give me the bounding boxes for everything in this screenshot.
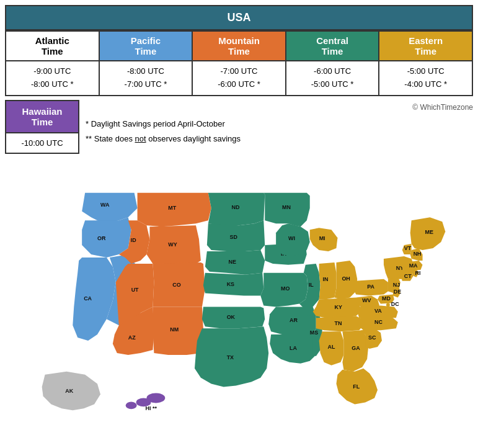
state-nh — [410, 248, 423, 261]
hawaiian-block: HawaiianTime -10:00 UTC — [5, 100, 79, 154]
central-utc: -6:00 UTC-5:00 UTC * — [286, 61, 379, 96]
state-nc — [359, 316, 398, 330]
state-md — [378, 294, 394, 303]
note-line1: * Daylight Savings period April-October — [86, 117, 473, 131]
state-nm — [153, 307, 203, 354]
state-ne — [205, 250, 265, 275]
state-vt — [402, 244, 412, 254]
timezone-table: AtlanticTime PacificTime MountainTime Ce… — [5, 30, 473, 96]
state-in — [319, 262, 337, 299]
state-tn — [316, 316, 363, 331]
state-mt — [138, 192, 211, 226]
central-header: CentralTime — [286, 31, 379, 61]
label-hi: HI ** — [146, 405, 157, 411]
map-svg: WA OR CA NV MT ID WY UT C — [5, 159, 473, 418]
eastern-utc: -5:00 UTC-4:00 UTC * — [379, 61, 472, 96]
state-hi-3 — [126, 401, 137, 409]
notes-block: © WhichTimezone * Daylight Savings perio… — [86, 100, 473, 146]
copyright: © WhichTimezone — [86, 101, 473, 115]
state-la — [270, 334, 316, 364]
state-hi-2 — [136, 398, 151, 406]
hawaiian-header: HawaiianTime — [5, 100, 79, 133]
state-oh — [334, 261, 357, 300]
state-fl — [336, 368, 378, 404]
state-me — [410, 217, 446, 250]
state-tx — [195, 326, 268, 387]
state-ca — [73, 258, 116, 341]
state-wy — [146, 225, 200, 264]
state-ks — [203, 272, 263, 295]
main-container: USA AtlanticTime PacificTime MountainTim… — [0, 0, 478, 425]
state-mi-lower — [310, 228, 338, 251]
atlantic-utc: -9:00 UTC-8:00 UTC * — [6, 61, 99, 96]
label-dc: DC — [391, 301, 399, 307]
state-mn — [263, 192, 310, 226]
note-line2: ** State does not observes daylight savi… — [86, 132, 473, 146]
state-ga — [342, 330, 368, 372]
state-wa — [82, 192, 137, 223]
state-ar — [268, 307, 316, 336]
eastern-header: EasternTime — [379, 31, 472, 61]
state-de — [393, 287, 401, 297]
state-ky — [313, 297, 361, 318]
state-ak — [42, 371, 100, 410]
atlantic-header: AtlanticTime — [6, 31, 99, 61]
pacific-header: PacificTime — [99, 31, 193, 61]
state-nd — [208, 192, 265, 225]
state-ok — [202, 307, 265, 328]
state-wi — [276, 223, 310, 256]
hawaiian-utc: -10:00 UTC — [5, 133, 79, 154]
lower-section: HawaiianTime -10:00 UTC © WhichTimezone … — [5, 100, 473, 154]
state-pa — [353, 279, 388, 295]
mountain-header: MountainTime — [192, 31, 286, 61]
page-title: USA — [5, 5, 473, 30]
pacific-utc: -8:00 UTC-7:00 UTC * — [99, 61, 193, 96]
state-mo — [260, 272, 308, 307]
state-dc — [386, 303, 390, 307]
state-al — [319, 331, 344, 365]
state-co — [153, 262, 205, 307]
mountain-utc: -7:00 UTC-6:00 UTC * — [192, 61, 286, 96]
usa-map: WA OR CA NV MT ID WY UT C — [5, 159, 473, 420]
